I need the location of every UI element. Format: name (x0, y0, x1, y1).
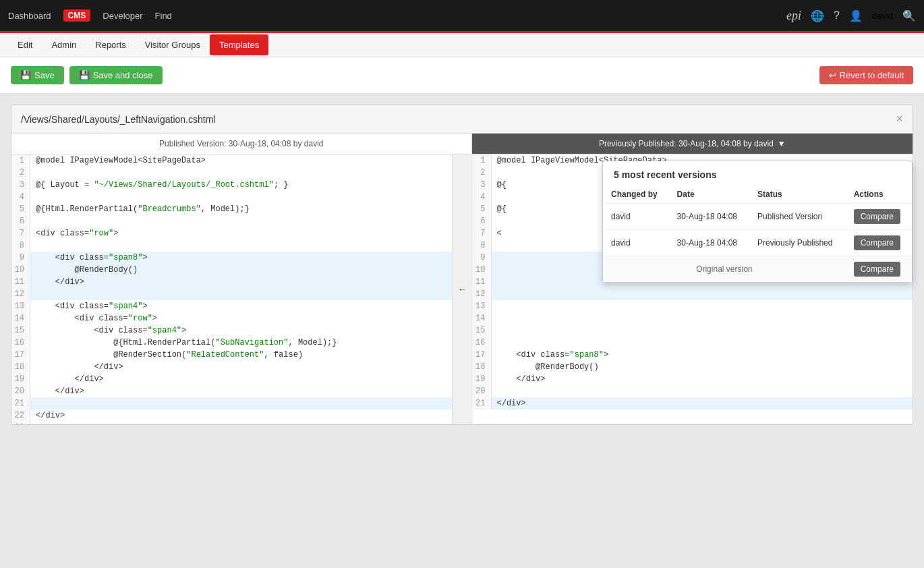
published-version-label: Published Version: 30-Aug-18, 04:08 by d… (11, 134, 472, 154)
line-number: 7 (473, 227, 492, 239)
line-content: <div class="span8"> (492, 349, 609, 361)
line-content (492, 312, 497, 324)
line-number: 20 (11, 385, 30, 397)
revert-button[interactable]: ↩ Revert to default (819, 66, 913, 84)
line-content: </div> (492, 397, 526, 409)
line-number: 22 (11, 409, 30, 422)
top-nav-bar: Dashboard CMS Developer Find epi 🌐 ? 👤 d… (0, 0, 924, 31)
globe-icon[interactable]: 🌐 (811, 9, 824, 22)
code-line: 13 (473, 300, 913, 312)
editor-panel: /Views/Shared/Layouts/_LeftNavigation.cs… (11, 105, 913, 425)
line-number: 19 (473, 373, 492, 385)
tab-reports[interactable]: Reports (86, 34, 136, 55)
save-button[interactable]: 💾 Save (11, 66, 64, 84)
line-number: 17 (473, 349, 492, 361)
compare-button[interactable]: Compare (854, 209, 900, 224)
help-icon[interactable]: ? (834, 9, 840, 22)
find-link[interactable]: Find (155, 11, 172, 21)
col-changed-by: Changed by (603, 186, 669, 204)
user-icon[interactable]: 👤 (849, 9, 863, 22)
code-line: 17 <div class="span8"> (473, 349, 913, 361)
code-line: 21 (11, 397, 452, 409)
col-date: Date (669, 186, 749, 204)
line-content: @RenderSection("RelatedContent", false) (30, 349, 303, 361)
top-nav-left: Dashboard CMS Developer Find (8, 9, 172, 22)
dashboard-link[interactable]: Dashboard (8, 11, 51, 21)
line-number: 15 (11, 324, 30, 337)
user-name[interactable]: david (872, 11, 893, 21)
line-content (30, 215, 36, 227)
cell-status: Published Version (749, 204, 846, 230)
line-number: 4 (473, 191, 492, 203)
line-number: 1 (11, 154, 30, 167)
search-icon[interactable]: 🔍 (902, 9, 916, 22)
save-close-icon: 💾 (79, 70, 90, 80)
tab-templates[interactable]: Templates (210, 34, 268, 55)
code-line: 15 (473, 324, 913, 337)
code-line: 11 </div> (11, 276, 452, 288)
col-actions: Actions (846, 186, 912, 204)
line-number: 2 (473, 167, 492, 179)
line-number: 8 (473, 239, 492, 252)
line-content (492, 276, 497, 288)
code-line: 9 <div class="span8"> (11, 252, 452, 264)
tab-visitor-groups[interactable]: Visitor Groups (136, 34, 210, 55)
line-content: @RenderBody() (30, 264, 138, 276)
popup-title: 5 most recent versions (603, 161, 912, 186)
code-line: 20 </div> (11, 385, 452, 397)
developer-link[interactable]: Developer (103, 11, 142, 21)
line-content: </div> (30, 373, 104, 385)
code-line: 14 (473, 312, 913, 324)
code-line: 18 </div> (11, 361, 452, 373)
line-number: 13 (11, 300, 30, 312)
tab-edit[interactable]: Edit (8, 34, 42, 55)
line-number: 10 (473, 264, 492, 276)
line-content (492, 288, 497, 300)
close-button[interactable]: × (896, 112, 903, 126)
code-line: 10 @RenderBody() (11, 264, 452, 276)
version-dropdown: Previously Published: 30-Aug-18, 04:08 b… (472, 134, 913, 154)
line-content: </div> (30, 276, 84, 288)
line-number: 6 (11, 215, 30, 227)
code-line: 6 (11, 215, 452, 227)
code-line: 23 (11, 422, 452, 424)
cell-action: Compare (846, 204, 912, 230)
version-bar: Published Version: 30-Aug-18, 04:08 by d… (11, 134, 913, 154)
code-line: 3@{ Layout = "~/Views/Shared/Layouts/_Ro… (11, 179, 452, 191)
save-label: Save (34, 70, 55, 80)
code-line: 4 (11, 191, 452, 203)
tab-admin[interactable]: Admin (42, 34, 86, 55)
code-line: 12 (473, 288, 913, 300)
table-row: david 30-Aug-18 04:08 Previously Publish… (603, 230, 912, 256)
line-number: 12 (11, 288, 30, 300)
line-content: @model IPageViewModel<SitePageData> (30, 154, 206, 167)
compare-button[interactable]: Compare (854, 235, 900, 250)
file-path: /Views/Shared/Layouts/_LeftNavigation.cs… (21, 114, 215, 125)
line-content (492, 264, 497, 276)
compare-original-button[interactable]: Compare (854, 262, 900, 277)
line-number: 18 (473, 361, 492, 373)
save-close-button[interactable]: 💾 Save and close (69, 66, 163, 84)
original-action: Compare (846, 256, 912, 283)
line-number: 2 (11, 167, 30, 179)
left-code-pane[interactable]: 1@model IPageViewModel<SitePageData>23@{… (11, 154, 453, 424)
code-line: 2 (11, 167, 452, 179)
line-content (492, 324, 497, 337)
line-number: 7 (11, 227, 30, 239)
epi-logo: epi (786, 9, 801, 23)
line-content (492, 300, 497, 312)
cell-date: 30-Aug-18 04:08 (669, 204, 749, 230)
cell-changed-by: david (603, 230, 669, 256)
line-content: <div class="span4"> (30, 300, 148, 312)
code-line: 12 (11, 288, 452, 300)
toolbar-left: 💾 Save 💾 Save and close (11, 66, 163, 84)
line-number: 15 (473, 324, 492, 337)
line-number: 18 (11, 361, 30, 373)
line-content: </div> (30, 409, 65, 422)
cms-badge[interactable]: CMS (63, 9, 91, 22)
line-number: 4 (11, 191, 30, 203)
line-content (492, 239, 497, 252)
prev-published-btn[interactable]: Previously Published: 30-Aug-18, 04:08 b… (472, 134, 913, 154)
line-number: 5 (473, 203, 492, 215)
line-number: 3 (473, 179, 492, 191)
